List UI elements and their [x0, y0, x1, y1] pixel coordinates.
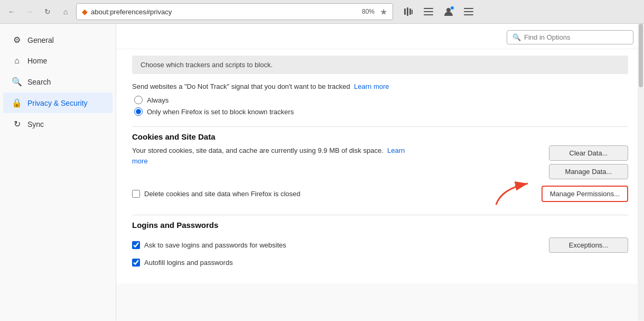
account-notification-dot	[450, 6, 454, 10]
sidebar-item-general[interactable]: ⚙ General	[3, 30, 113, 50]
browser-toolbar: ← → ↻ ⌂ ◆ about:preferences#privacy 80% …	[0, 0, 644, 23]
find-in-options-input[interactable]	[524, 33, 628, 41]
sidebar: ⚙ General ⌂ Home 🔍 Search 🔒 Privacy & Se…	[0, 24, 116, 320]
dnt-only-when-option[interactable]: Only when Firefox is set to block known …	[134, 107, 628, 116]
main-wrapper: 🔍 Choose which trackers and scripts to b…	[116, 24, 644, 320]
home-icon: ⌂	[12, 56, 22, 66]
sidebar-label-privacy: Privacy & Security	[27, 99, 88, 107]
cookies-desc-text: Your stored cookies, site data, and cach…	[132, 146, 384, 154]
sidebar-item-privacy[interactable]: 🔒 Privacy & Security	[3, 93, 113, 113]
dnt-learn-more-link[interactable]: Learn more	[354, 82, 389, 90]
delete-cookies-checkbox[interactable]	[132, 190, 140, 198]
address-text: about:preferences#privacy	[91, 8, 357, 16]
dnt-always-label: Always	[147, 96, 169, 104]
sidebar-toggle-button[interactable]	[421, 4, 436, 20]
ask-save-logins-row[interactable]: Ask to save logins and passwords for web…	[132, 241, 286, 249]
logins-heading: Logins and Passwords	[132, 215, 628, 230]
toolbar-right	[400, 4, 477, 20]
forward-button[interactable]: →	[22, 4, 37, 19]
sidebar-label-sync: Sync	[27, 120, 44, 129]
manage-permissions-button[interactable]: Manage Permissions...	[542, 186, 628, 202]
find-search-icon: 🔍	[512, 33, 521, 41]
cookies-left: Your stored cookies, site data, and cach…	[132, 145, 538, 170]
autofill-row[interactable]: Autofill logins and passwords	[132, 259, 628, 267]
account-button[interactable]	[441, 4, 456, 20]
sync-icon: ↻	[12, 119, 22, 129]
ask-save-logins-label: Ask to save logins and passwords for web…	[144, 241, 286, 249]
delete-cookies-label: Delete cookies and site data when Firefo…	[144, 190, 301, 198]
dnt-only-when-radio[interactable]	[134, 107, 143, 116]
find-in-options-container[interactable]: 🔍	[507, 30, 633, 44]
lock-icon: 🔒	[12, 98, 22, 108]
back-button[interactable]: ←	[4, 4, 19, 19]
svg-rect-4	[424, 8, 433, 9]
bookmark-star-icon[interactable]: ★	[380, 7, 387, 17]
dnt-radio-group: Always Only when Firefox is set to block…	[134, 96, 628, 116]
library-button[interactable]	[400, 4, 416, 20]
delete-cookies-row[interactable]: Delete cookies and site data when Firefo…	[132, 190, 301, 198]
svg-rect-5	[424, 11, 433, 12]
content-area: ⚙ General ⌂ Home 🔍 Search 🔒 Privacy & Se…	[0, 24, 644, 320]
reload-button[interactable]: ↻	[40, 4, 55, 19]
sidebar-item-home[interactable]: ⌂ Home	[3, 51, 113, 71]
svg-rect-8	[464, 8, 473, 9]
home-button[interactable]: ⌂	[58, 4, 73, 19]
scrollbar-track[interactable]	[638, 24, 644, 320]
dnt-always-radio[interactable]	[134, 96, 143, 104]
svg-rect-6	[424, 14, 433, 15]
dnt-text: Send websites a "Do Not Track" signal th…	[132, 82, 628, 90]
autofill-checkbox[interactable]	[132, 259, 140, 267]
annotation-arrow	[491, 178, 544, 210]
zoom-badge[interactable]: 80%	[360, 7, 377, 16]
sidebar-label-search: Search	[27, 78, 51, 86]
dnt-always-option[interactable]: Always	[134, 96, 628, 104]
sidebar-item-sync[interactable]: ↻ Sync	[3, 114, 113, 134]
main-content: 🔍 Choose which trackers and scripts to b…	[116, 24, 644, 283]
cookies-buttons: Clear Data... Manage Data...	[549, 145, 628, 179]
ask-save-logins-checkbox[interactable]	[132, 241, 140, 249]
logins-section: Ask to save logins and passwords for web…	[132, 235, 628, 267]
manage-data-button[interactable]: Manage Data...	[549, 164, 628, 179]
search-icon: 🔍	[12, 77, 22, 87]
prefs-header: 🔍	[116, 24, 644, 49]
svg-rect-10	[464, 14, 473, 15]
firefox-icon: ◆	[82, 7, 88, 16]
svg-rect-9	[464, 11, 473, 12]
prefs-body: Choose which trackers and scripts to blo…	[116, 56, 644, 283]
svg-rect-3	[412, 10, 413, 14]
menu-button[interactable]	[461, 4, 477, 20]
scrollbar-thumb[interactable]	[639, 24, 643, 87]
gear-icon: ⚙	[12, 35, 22, 45]
cookies-section: Your stored cookies, site data, and cach…	[132, 145, 628, 179]
dnt-section: Send websites a "Do Not Track" signal th…	[132, 82, 628, 116]
browser-chrome: ← → ↻ ⌂ ◆ about:preferences#privacy 80% …	[0, 0, 644, 24]
exceptions-button[interactable]: Exceptions...	[549, 237, 628, 253]
cookies-heading: Cookies and Site Data	[132, 126, 628, 141]
sidebar-item-search[interactable]: 🔍 Search	[3, 71, 113, 92]
sidebar-label-general: General	[27, 36, 54, 44]
svg-rect-2	[409, 8, 411, 15]
tracker-banner: Choose which trackers and scripts to blo…	[132, 56, 628, 74]
svg-rect-1	[407, 7, 408, 16]
dnt-description: Send websites a "Do Not Track" signal th…	[132, 82, 350, 90]
arrow-container: Delete cookies and site data when Firefo…	[132, 184, 628, 204]
cookies-description: Your stored cookies, site data, and cach…	[132, 145, 407, 166]
sidebar-label-home: Home	[27, 57, 47, 65]
clear-data-button[interactable]: Clear Data...	[549, 145, 628, 161]
address-bar[interactable]: ◆ about:preferences#privacy 80% ★	[76, 3, 393, 20]
svg-rect-0	[404, 8, 406, 15]
autofill-label: Autofill logins and passwords	[144, 259, 233, 267]
dnt-only-when-label: Only when Firefox is set to block known …	[147, 108, 294, 116]
